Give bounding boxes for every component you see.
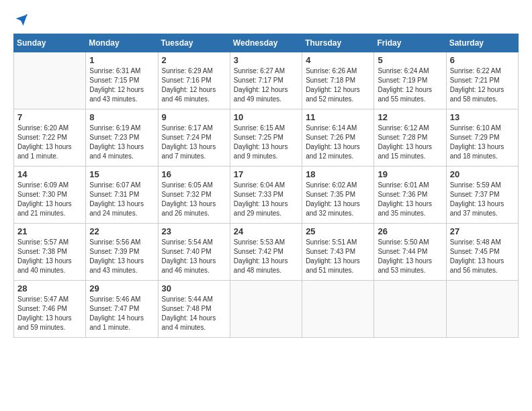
day-number: 17 <box>234 169 298 179</box>
day-number: 24 <box>234 226 298 236</box>
day-info: Sunrise: 5:53 AMSunset: 7:42 PMDaylight:… <box>234 238 298 275</box>
day-number: 12 <box>378 112 442 122</box>
day-number: 20 <box>450 169 515 179</box>
weekday-header-tuesday: Tuesday <box>158 34 230 52</box>
day-number: 21 <box>17 226 82 236</box>
day-info: Sunrise: 6:04 AMSunset: 7:33 PMDaylight:… <box>234 181 298 218</box>
calendar-week-row-5: 28Sunrise: 5:47 AMSunset: 7:46 PMDayligh… <box>14 281 519 338</box>
calendar-cell: 26Sunrise: 5:50 AMSunset: 7:44 PMDayligh… <box>374 224 446 281</box>
calendar-cell: 18Sunrise: 6:02 AMSunset: 7:35 PMDayligh… <box>302 167 374 224</box>
calendar-cell: 12Sunrise: 6:12 AMSunset: 7:28 PMDayligh… <box>374 109 446 167</box>
day-info: Sunrise: 5:48 AMSunset: 7:45 PMDaylight:… <box>450 238 515 275</box>
day-info: Sunrise: 6:01 AMSunset: 7:36 PMDaylight:… <box>378 181 442 218</box>
day-number: 5 <box>378 55 442 65</box>
weekday-header-sunday: Sunday <box>14 34 86 52</box>
calendar-cell: 3Sunrise: 6:27 AMSunset: 7:17 PMDaylight… <box>230 52 302 109</box>
day-info: Sunrise: 6:17 AMSunset: 7:24 PMDaylight:… <box>162 124 226 161</box>
calendar-cell: 5Sunrise: 6:24 AMSunset: 7:19 PMDaylight… <box>374 52 446 109</box>
calendar-cell: 4Sunrise: 6:26 AMSunset: 7:18 PMDaylight… <box>302 52 374 109</box>
calendar-cell: 15Sunrise: 6:07 AMSunset: 7:31 PMDayligh… <box>86 167 158 224</box>
day-number: 26 <box>378 226 442 236</box>
calendar-cell <box>230 281 302 338</box>
weekday-header-saturday: Saturday <box>446 34 518 52</box>
day-number: 22 <box>89 226 154 236</box>
calendar-cell: 10Sunrise: 6:15 AMSunset: 7:25 PMDayligh… <box>230 109 302 167</box>
calendar-cell: 23Sunrise: 5:54 AMSunset: 7:40 PMDayligh… <box>158 224 230 281</box>
day-number: 19 <box>378 169 442 179</box>
day-info: Sunrise: 5:57 AMSunset: 7:38 PMDaylight:… <box>17 238 82 275</box>
day-info: Sunrise: 5:54 AMSunset: 7:40 PMDaylight:… <box>162 238 226 275</box>
weekday-header-friday: Friday <box>374 34 446 52</box>
day-info: Sunrise: 6:19 AMSunset: 7:23 PMDaylight:… <box>89 124 154 161</box>
day-number: 8 <box>89 112 154 122</box>
calendar-cell: 6Sunrise: 6:22 AMSunset: 7:21 PMDaylight… <box>446 52 518 109</box>
calendar-cell: 30Sunrise: 5:44 AMSunset: 7:48 PMDayligh… <box>158 281 230 338</box>
calendar-cell: 21Sunrise: 5:57 AMSunset: 7:38 PMDayligh… <box>14 224 86 281</box>
day-number: 13 <box>450 112 515 122</box>
day-number: 28 <box>17 283 82 293</box>
day-info: Sunrise: 6:24 AMSunset: 7:19 PMDaylight:… <box>378 66 442 104</box>
day-number: 14 <box>17 169 82 179</box>
day-info: Sunrise: 5:46 AMSunset: 7:47 PMDaylight:… <box>89 295 154 332</box>
day-number: 29 <box>89 283 154 293</box>
day-info: Sunrise: 5:59 AMSunset: 7:37 PMDaylight:… <box>450 181 515 218</box>
calendar-cell <box>14 52 86 109</box>
day-number: 9 <box>162 112 226 122</box>
calendar-cell <box>446 281 518 338</box>
calendar-cell: 28Sunrise: 5:47 AMSunset: 7:46 PMDayligh… <box>14 281 86 338</box>
day-info: Sunrise: 6:02 AMSunset: 7:35 PMDaylight:… <box>306 181 370 218</box>
calendar-week-row-2: 7Sunrise: 6:20 AMSunset: 7:22 PMDaylight… <box>14 109 519 167</box>
calendar-cell: 9Sunrise: 6:17 AMSunset: 7:24 PMDaylight… <box>158 109 230 167</box>
day-info: Sunrise: 6:26 AMSunset: 7:18 PMDaylight:… <box>306 66 370 104</box>
day-number: 16 <box>162 169 226 179</box>
calendar-cell: 24Sunrise: 5:53 AMSunset: 7:42 PMDayligh… <box>230 224 302 281</box>
day-info: Sunrise: 6:09 AMSunset: 7:30 PMDaylight:… <box>17 181 82 218</box>
day-info: Sunrise: 6:07 AMSunset: 7:31 PMDaylight:… <box>89 181 154 218</box>
weekday-header-thursday: Thursday <box>302 34 374 52</box>
calendar-cell: 17Sunrise: 6:04 AMSunset: 7:33 PMDayligh… <box>230 167 302 224</box>
day-info: Sunrise: 6:15 AMSunset: 7:25 PMDaylight:… <box>234 124 298 161</box>
calendar-cell: 20Sunrise: 5:59 AMSunset: 7:37 PMDayligh… <box>446 167 518 224</box>
weekday-header-row: SundayMondayTuesdayWednesdayThursdayFrid… <box>14 34 519 52</box>
day-info: Sunrise: 6:05 AMSunset: 7:32 PMDaylight:… <box>162 181 226 218</box>
calendar-cell: 19Sunrise: 6:01 AMSunset: 7:36 PMDayligh… <box>374 167 446 224</box>
day-info: Sunrise: 6:31 AMSunset: 7:15 PMDaylight:… <box>89 66 154 104</box>
calendar-cell: 25Sunrise: 5:51 AMSunset: 7:43 PMDayligh… <box>302 224 374 281</box>
day-info: Sunrise: 6:27 AMSunset: 7:17 PMDaylight:… <box>234 66 298 104</box>
day-info: Sunrise: 6:10 AMSunset: 7:29 PMDaylight:… <box>450 124 515 161</box>
day-info: Sunrise: 6:29 AMSunset: 7:16 PMDaylight:… <box>162 66 226 104</box>
day-info: Sunrise: 5:44 AMSunset: 7:48 PMDaylight:… <box>162 295 226 332</box>
calendar-cell <box>302 281 374 338</box>
day-number: 30 <box>162 283 226 293</box>
day-info: Sunrise: 6:20 AMSunset: 7:22 PMDaylight:… <box>17 124 82 161</box>
day-number: 7 <box>17 112 82 122</box>
calendar-cell: 1Sunrise: 6:31 AMSunset: 7:15 PMDaylight… <box>86 52 158 109</box>
calendar-week-row-3: 14Sunrise: 6:09 AMSunset: 7:30 PMDayligh… <box>14 167 519 224</box>
day-info: Sunrise: 5:47 AMSunset: 7:46 PMDaylight:… <box>17 295 82 332</box>
calendar-cell <box>374 281 446 338</box>
day-number: 3 <box>234 55 298 65</box>
calendar-cell: 13Sunrise: 6:10 AMSunset: 7:29 PMDayligh… <box>446 109 518 167</box>
day-number: 27 <box>450 226 515 236</box>
weekday-header-monday: Monday <box>86 34 158 52</box>
day-info: Sunrise: 6:12 AMSunset: 7:28 PMDaylight:… <box>378 124 442 161</box>
calendar-table: SundayMondayTuesdayWednesdayThursdayFrid… <box>13 34 519 338</box>
day-number: 1 <box>89 55 154 65</box>
calendar-cell: 16Sunrise: 6:05 AMSunset: 7:32 PMDayligh… <box>158 167 230 224</box>
weekday-header-wednesday: Wednesday <box>230 34 302 52</box>
calendar-cell: 22Sunrise: 5:56 AMSunset: 7:39 PMDayligh… <box>86 224 158 281</box>
day-info: Sunrise: 5:56 AMSunset: 7:39 PMDaylight:… <box>89 238 154 275</box>
calendar-week-row-1: 1Sunrise: 6:31 AMSunset: 7:15 PMDaylight… <box>14 52 519 109</box>
day-number: 15 <box>89 169 154 179</box>
day-info: Sunrise: 6:14 AMSunset: 7:26 PMDaylight:… <box>306 124 370 161</box>
day-number: 6 <box>450 55 515 65</box>
day-number: 18 <box>306 169 370 179</box>
calendar-cell: 7Sunrise: 6:20 AMSunset: 7:22 PMDaylight… <box>14 109 86 167</box>
calendar-week-row-4: 21Sunrise: 5:57 AMSunset: 7:38 PMDayligh… <box>14 224 519 281</box>
logo-bird-icon <box>15 13 28 27</box>
calendar-cell: 2Sunrise: 6:29 AMSunset: 7:16 PMDaylight… <box>158 52 230 109</box>
day-info: Sunrise: 5:50 AMSunset: 7:44 PMDaylight:… <box>378 238 442 275</box>
calendar-cell: 8Sunrise: 6:19 AMSunset: 7:23 PMDaylight… <box>86 109 158 167</box>
calendar-cell: 29Sunrise: 5:46 AMSunset: 7:47 PMDayligh… <box>86 281 158 338</box>
day-number: 2 <box>162 55 226 65</box>
